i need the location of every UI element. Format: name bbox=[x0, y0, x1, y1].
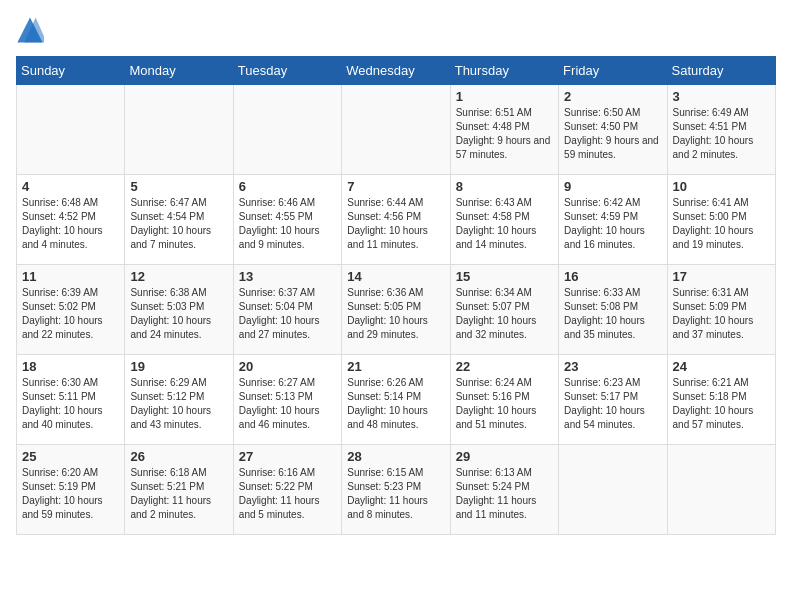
day-info: Sunrise: 6:21 AMSunset: 5:18 PMDaylight:… bbox=[673, 376, 770, 432]
day-info: Sunrise: 6:44 AMSunset: 4:56 PMDaylight:… bbox=[347, 196, 444, 252]
logo bbox=[16, 16, 48, 44]
calendar-cell: 25Sunrise: 6:20 AMSunset: 5:19 PMDayligh… bbox=[17, 445, 125, 535]
calendar-cell: 11Sunrise: 6:39 AMSunset: 5:02 PMDayligh… bbox=[17, 265, 125, 355]
day-info: Sunrise: 6:33 AMSunset: 5:08 PMDaylight:… bbox=[564, 286, 661, 342]
day-info: Sunrise: 6:34 AMSunset: 5:07 PMDaylight:… bbox=[456, 286, 553, 342]
calendar-cell: 1Sunrise: 6:51 AMSunset: 4:48 PMDaylight… bbox=[450, 85, 558, 175]
calendar-week-4: 18Sunrise: 6:30 AMSunset: 5:11 PMDayligh… bbox=[17, 355, 776, 445]
day-info: Sunrise: 6:30 AMSunset: 5:11 PMDaylight:… bbox=[22, 376, 119, 432]
calendar-cell: 24Sunrise: 6:21 AMSunset: 5:18 PMDayligh… bbox=[667, 355, 775, 445]
header-tuesday: Tuesday bbox=[233, 57, 341, 85]
day-number: 14 bbox=[347, 269, 444, 284]
header-friday: Friday bbox=[559, 57, 667, 85]
calendar-cell: 4Sunrise: 6:48 AMSunset: 4:52 PMDaylight… bbox=[17, 175, 125, 265]
day-info: Sunrise: 6:20 AMSunset: 5:19 PMDaylight:… bbox=[22, 466, 119, 522]
day-number: 11 bbox=[22, 269, 119, 284]
day-info: Sunrise: 6:46 AMSunset: 4:55 PMDaylight:… bbox=[239, 196, 336, 252]
header-monday: Monday bbox=[125, 57, 233, 85]
day-info: Sunrise: 6:41 AMSunset: 5:00 PMDaylight:… bbox=[673, 196, 770, 252]
calendar-cell: 10Sunrise: 6:41 AMSunset: 5:00 PMDayligh… bbox=[667, 175, 775, 265]
day-number: 20 bbox=[239, 359, 336, 374]
day-number: 13 bbox=[239, 269, 336, 284]
day-info: Sunrise: 6:36 AMSunset: 5:05 PMDaylight:… bbox=[347, 286, 444, 342]
day-info: Sunrise: 6:24 AMSunset: 5:16 PMDaylight:… bbox=[456, 376, 553, 432]
day-info: Sunrise: 6:18 AMSunset: 5:21 PMDaylight:… bbox=[130, 466, 227, 522]
day-number: 18 bbox=[22, 359, 119, 374]
day-info: Sunrise: 6:16 AMSunset: 5:22 PMDaylight:… bbox=[239, 466, 336, 522]
calendar-cell: 14Sunrise: 6:36 AMSunset: 5:05 PMDayligh… bbox=[342, 265, 450, 355]
page-header bbox=[16, 16, 776, 44]
calendar-cell bbox=[342, 85, 450, 175]
day-number: 15 bbox=[456, 269, 553, 284]
calendar-cell: 22Sunrise: 6:24 AMSunset: 5:16 PMDayligh… bbox=[450, 355, 558, 445]
day-number: 1 bbox=[456, 89, 553, 104]
calendar-header-row: SundayMondayTuesdayWednesdayThursdayFrid… bbox=[17, 57, 776, 85]
day-number: 8 bbox=[456, 179, 553, 194]
calendar-cell: 7Sunrise: 6:44 AMSunset: 4:56 PMDaylight… bbox=[342, 175, 450, 265]
day-number: 10 bbox=[673, 179, 770, 194]
day-number: 25 bbox=[22, 449, 119, 464]
calendar-cell: 28Sunrise: 6:15 AMSunset: 5:23 PMDayligh… bbox=[342, 445, 450, 535]
calendar-cell: 23Sunrise: 6:23 AMSunset: 5:17 PMDayligh… bbox=[559, 355, 667, 445]
calendar-week-3: 11Sunrise: 6:39 AMSunset: 5:02 PMDayligh… bbox=[17, 265, 776, 355]
calendar-cell bbox=[233, 85, 341, 175]
day-number: 22 bbox=[456, 359, 553, 374]
day-info: Sunrise: 6:48 AMSunset: 4:52 PMDaylight:… bbox=[22, 196, 119, 252]
day-number: 17 bbox=[673, 269, 770, 284]
calendar-cell bbox=[17, 85, 125, 175]
day-info: Sunrise: 6:29 AMSunset: 5:12 PMDaylight:… bbox=[130, 376, 227, 432]
header-thursday: Thursday bbox=[450, 57, 558, 85]
calendar-cell bbox=[125, 85, 233, 175]
logo-icon bbox=[16, 16, 44, 44]
calendar-week-5: 25Sunrise: 6:20 AMSunset: 5:19 PMDayligh… bbox=[17, 445, 776, 535]
day-number: 16 bbox=[564, 269, 661, 284]
day-number: 26 bbox=[130, 449, 227, 464]
header-sunday: Sunday bbox=[17, 57, 125, 85]
day-number: 28 bbox=[347, 449, 444, 464]
day-info: Sunrise: 6:42 AMSunset: 4:59 PMDaylight:… bbox=[564, 196, 661, 252]
day-number: 3 bbox=[673, 89, 770, 104]
calendar-table: SundayMondayTuesdayWednesdayThursdayFrid… bbox=[16, 56, 776, 535]
calendar-cell: 16Sunrise: 6:33 AMSunset: 5:08 PMDayligh… bbox=[559, 265, 667, 355]
day-info: Sunrise: 6:50 AMSunset: 4:50 PMDaylight:… bbox=[564, 106, 661, 162]
calendar-cell: 29Sunrise: 6:13 AMSunset: 5:24 PMDayligh… bbox=[450, 445, 558, 535]
day-info: Sunrise: 6:38 AMSunset: 5:03 PMDaylight:… bbox=[130, 286, 227, 342]
day-info: Sunrise: 6:27 AMSunset: 5:13 PMDaylight:… bbox=[239, 376, 336, 432]
header-saturday: Saturday bbox=[667, 57, 775, 85]
calendar-cell bbox=[667, 445, 775, 535]
calendar-week-1: 1Sunrise: 6:51 AMSunset: 4:48 PMDaylight… bbox=[17, 85, 776, 175]
calendar-cell bbox=[559, 445, 667, 535]
day-number: 5 bbox=[130, 179, 227, 194]
day-number: 7 bbox=[347, 179, 444, 194]
day-info: Sunrise: 6:47 AMSunset: 4:54 PMDaylight:… bbox=[130, 196, 227, 252]
calendar-cell: 12Sunrise: 6:38 AMSunset: 5:03 PMDayligh… bbox=[125, 265, 233, 355]
calendar-cell: 13Sunrise: 6:37 AMSunset: 5:04 PMDayligh… bbox=[233, 265, 341, 355]
day-number: 9 bbox=[564, 179, 661, 194]
day-number: 2 bbox=[564, 89, 661, 104]
calendar-cell: 15Sunrise: 6:34 AMSunset: 5:07 PMDayligh… bbox=[450, 265, 558, 355]
day-info: Sunrise: 6:15 AMSunset: 5:23 PMDaylight:… bbox=[347, 466, 444, 522]
day-number: 4 bbox=[22, 179, 119, 194]
day-info: Sunrise: 6:39 AMSunset: 5:02 PMDaylight:… bbox=[22, 286, 119, 342]
calendar-cell: 27Sunrise: 6:16 AMSunset: 5:22 PMDayligh… bbox=[233, 445, 341, 535]
day-number: 24 bbox=[673, 359, 770, 374]
calendar-cell: 19Sunrise: 6:29 AMSunset: 5:12 PMDayligh… bbox=[125, 355, 233, 445]
day-info: Sunrise: 6:13 AMSunset: 5:24 PMDaylight:… bbox=[456, 466, 553, 522]
day-info: Sunrise: 6:26 AMSunset: 5:14 PMDaylight:… bbox=[347, 376, 444, 432]
day-number: 27 bbox=[239, 449, 336, 464]
calendar-cell: 17Sunrise: 6:31 AMSunset: 5:09 PMDayligh… bbox=[667, 265, 775, 355]
calendar-cell: 6Sunrise: 6:46 AMSunset: 4:55 PMDaylight… bbox=[233, 175, 341, 265]
calendar-cell: 18Sunrise: 6:30 AMSunset: 5:11 PMDayligh… bbox=[17, 355, 125, 445]
calendar-cell: 9Sunrise: 6:42 AMSunset: 4:59 PMDaylight… bbox=[559, 175, 667, 265]
day-number: 23 bbox=[564, 359, 661, 374]
calendar-week-2: 4Sunrise: 6:48 AMSunset: 4:52 PMDaylight… bbox=[17, 175, 776, 265]
calendar-cell: 8Sunrise: 6:43 AMSunset: 4:58 PMDaylight… bbox=[450, 175, 558, 265]
day-number: 12 bbox=[130, 269, 227, 284]
day-number: 6 bbox=[239, 179, 336, 194]
header-wednesday: Wednesday bbox=[342, 57, 450, 85]
calendar-cell: 5Sunrise: 6:47 AMSunset: 4:54 PMDaylight… bbox=[125, 175, 233, 265]
calendar-cell: 21Sunrise: 6:26 AMSunset: 5:14 PMDayligh… bbox=[342, 355, 450, 445]
calendar-cell: 26Sunrise: 6:18 AMSunset: 5:21 PMDayligh… bbox=[125, 445, 233, 535]
calendar-cell: 2Sunrise: 6:50 AMSunset: 4:50 PMDaylight… bbox=[559, 85, 667, 175]
calendar-cell: 20Sunrise: 6:27 AMSunset: 5:13 PMDayligh… bbox=[233, 355, 341, 445]
